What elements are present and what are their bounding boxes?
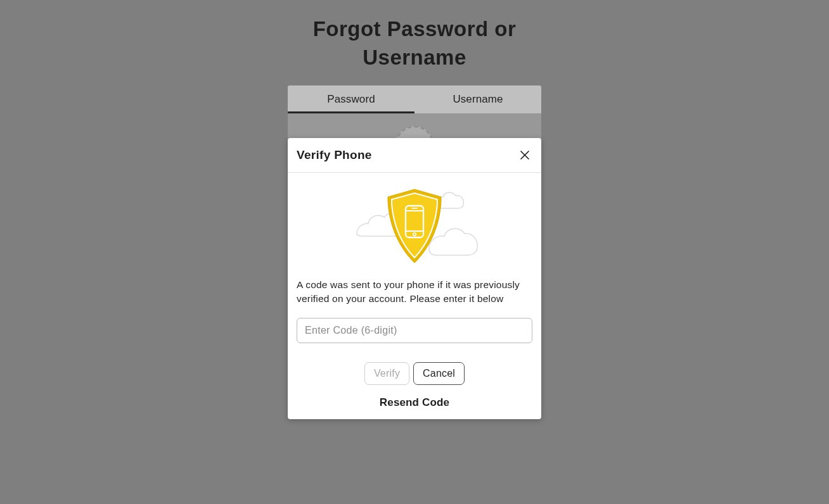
modal-backdrop: Verify Phone — [0, 0, 829, 504]
close-icon — [519, 149, 530, 161]
verify-button[interactable]: Verify — [364, 362, 409, 385]
button-row: Verify Cancel — [297, 362, 532, 385]
modal-body: A code was sent to your phone if it was … — [288, 173, 541, 419]
resend-code-link[interactable]: Resend Code — [297, 396, 532, 409]
modal-title: Verify Phone — [297, 148, 372, 162]
shield-phone-illustration — [297, 187, 532, 265]
shield-phone-icon — [349, 187, 480, 265]
code-input[interactable] — [297, 318, 532, 343]
verify-phone-modal: Verify Phone — [288, 138, 541, 419]
cancel-button[interactable]: Cancel — [413, 362, 465, 385]
modal-header: Verify Phone — [288, 138, 541, 173]
modal-description: A code was sent to your phone if it was … — [297, 278, 532, 306]
close-button[interactable] — [517, 148, 532, 163]
